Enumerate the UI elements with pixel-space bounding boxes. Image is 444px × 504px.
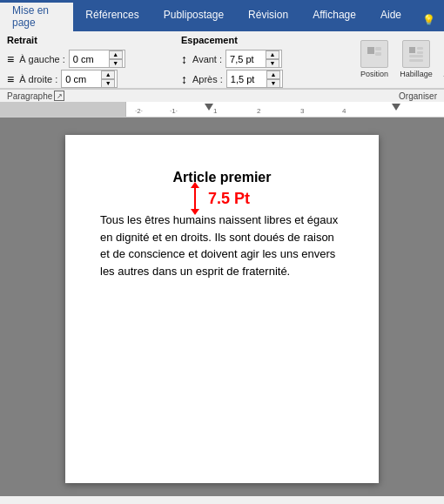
avant-down[interactable]: ▼ [266,59,279,68]
a-droite-up[interactable]: ▲ [101,71,115,79]
svg-rect-7 [409,59,423,62]
a-droite-down[interactable]: ▼ [101,79,115,88]
a-droite-label: À droite : [19,74,57,84]
ruler-mark-neg1: ·1· [170,107,178,115]
ruler-indent-left[interactable] [205,104,213,111]
a-gauche-arrows[interactable]: ▲ ▼ [109,50,123,68]
retrait-label: Retrait [7,35,146,45]
tab-aide[interactable]: Aide [368,0,414,31]
bulb-icon: 💡 [422,14,435,26]
tab-affichage[interactable]: Affichage [300,0,368,31]
ruler-mark-neg2: ·2· [135,107,143,115]
svg-rect-2 [375,52,381,56]
retrait-group: Retrait ≡ À gauche : 0 cm ▲ ▼ ≡ À droite… [7,35,146,88]
arrow-up [191,182,199,188]
tab-revision[interactable]: Révision [236,0,300,31]
apres-arrows[interactable]: ▲ ▼ [266,71,280,88]
espacement-label: Espacement [181,35,320,45]
avant-up[interactable]: ▲ [266,50,279,59]
apres-up[interactable]: ▲ [266,71,280,79]
article-title: Article premier [100,170,344,185]
avant-arrows[interactable]: ▲ ▼ [266,50,279,68]
ruler-mark-0: 1 [213,107,217,115]
ruler-mark-2: 3 [300,107,304,115]
indent-left-icon: ≡ [7,52,14,66]
apres-label: Après : [192,74,223,84]
avancer-button[interactable]: Avancer [439,38,444,80]
ruler-mark-3: 4 [342,107,346,115]
a-gauche-label: À gauche : [19,54,65,64]
position-icon [360,40,388,68]
paragraphe-expand-button[interactable]: ↗ [54,91,64,101]
doc-page: Article premier 7.5 Pt Tous les êtres hu… [65,135,379,483]
ruler: ·2· ·1· 1 2 3 4 [0,102,444,118]
a-gauche-up[interactable]: ▲ [109,50,123,59]
a-droite-row: ≡ À droite : 0 cm ▲ ▼ [7,70,146,88]
apres-down[interactable]: ▼ [266,79,280,88]
ruler-indent-right[interactable] [392,104,400,111]
a-gauche-row: ≡ À gauche : 0 cm ▲ ▼ [7,50,146,68]
position-button[interactable]: Position [355,38,394,80]
espacement-group: Espacement ↕ Avant : 7,5 pt ▲ ▼ ↕ Après … [181,35,320,88]
spacing-indicator: 7.5 Pt [100,185,344,212]
apres-row: ↕ Après : 1,5 pt ▲ ▼ [181,70,320,88]
a-gauche-input[interactable]: 0 cm ▲ ▼ [69,50,125,68]
svg-rect-6 [409,55,423,57]
spacing-arrow [194,187,196,210]
svg-rect-4 [417,47,423,50]
svg-rect-3 [409,47,415,53]
svg-rect-5 [417,51,423,54]
article-body: Tous les êtres humains naissent libres e… [100,212,344,279]
apres-input[interactable]: 1,5 pt ▲ ▼ [226,70,283,88]
ribbon-content: Retrait ≡ À gauche : 0 cm ▲ ▼ ≡ À droite… [0,31,444,89]
apres-icon: ↕ [181,72,187,86]
avant-label: Avant : [192,54,222,64]
ruler-mark-1: 2 [257,107,260,115]
tab-publipostage[interactable]: Publipostage [151,0,236,31]
spacing-label: 7.5 Pt [208,190,250,208]
avant-row: ↕ Avant : 7,5 pt ▲ ▼ [181,50,320,68]
bulb-button[interactable]: 💡 [414,9,444,31]
paragraphe-footer-label: Paragraphe ↗ [7,91,64,101]
organiser-footer-label: Organiser [399,91,437,101]
tab-mise-en-page[interactable]: Mise en page [0,0,73,31]
avant-input[interactable]: 7,5 pt ▲ ▼ [225,50,282,68]
tab-references[interactable]: Références [73,0,151,31]
habillage-button[interactable]: Habillage [397,38,435,80]
ribbon-tabs: Mise en page Références Publipostage Rév… [0,0,444,31]
svg-rect-1 [375,47,381,50]
indent-right-icon: ≡ [7,72,14,86]
ribbon-footer: Paragraphe ↗ Organiser [0,89,444,102]
document-area: Article premier 7.5 Pt Tous les êtres hu… [0,118,444,496]
arrow-down [191,209,199,215]
a-droite-input[interactable]: 0 cm ▲ ▼ [61,70,118,88]
svg-rect-0 [367,47,374,54]
arrange-icons: Position Habillage Avancer Reculer [355,35,444,80]
a-gauche-down[interactable]: ▼ [109,59,123,68]
avant-icon: ↕ [181,52,187,66]
habillage-icon [402,40,430,68]
a-droite-arrows[interactable]: ▲ ▼ [101,71,115,88]
